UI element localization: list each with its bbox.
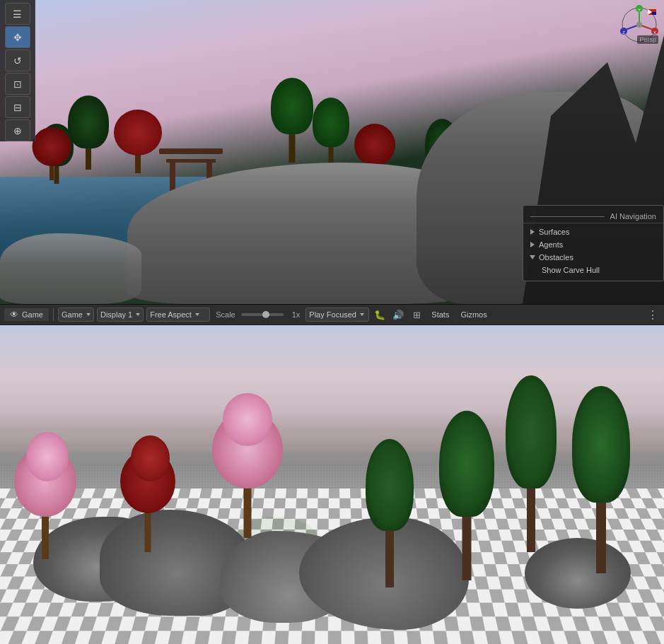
svg-text:X: X: [653, 30, 656, 35]
move-tool-button[interactable]: ✥: [5, 26, 30, 48]
svg-text:Y: Y: [638, 8, 641, 12]
obstacles-label: Obstacles: [539, 253, 573, 262]
svg-text:Z: Z: [622, 30, 625, 35]
scene-toolbar: ☰ ✥ ↺ ⊡ ⊟ ⊕: [0, 0, 35, 141]
menu-header-label: AI Navigation: [610, 212, 656, 221]
tree-maple-red-1: [32, 134, 71, 180]
menu-item-surfaces[interactable]: Surfaces: [523, 226, 663, 238]
tree-pine-2: [67, 106, 110, 170]
game-tree-cherry-1: [13, 432, 77, 559]
game-dropdown[interactable]: Game: [58, 308, 94, 322]
more-icon: ⋮: [647, 308, 658, 322]
svg-rect-14: [652, 12, 656, 15]
scale-label: Scale: [216, 310, 235, 319]
toolbar-divider-1: [53, 308, 54, 321]
transform-tool-button[interactable]: ⊕: [5, 119, 30, 141]
debug-icon-button[interactable]: 🐛: [372, 307, 388, 322]
more-options-button[interactable]: ⋮: [646, 308, 660, 322]
rotate-tool-button[interactable]: ↺: [5, 49, 30, 71]
play-focused-dropdown[interactable]: Play Focused: [305, 308, 369, 322]
audio-icon-button[interactable]: 🔊: [390, 307, 406, 322]
aspect-label: Free Aspect: [150, 310, 192, 319]
fog-layer: [0, 410, 664, 467]
agents-label: Agents: [539, 240, 563, 249]
menu-item-agents[interactable]: Agents: [523, 238, 663, 251]
scene-view: ☰ ✥ ↺ ⊡ ⊟ ⊕ AI Navigation Surfaces Agent…: [0, 0, 664, 304]
ai-nav-context-menu: AI Navigation Surfaces Agents Obstacles …: [523, 205, 664, 281]
menu-item-obstacles[interactable]: Obstacles: [523, 251, 663, 264]
game-view-toolbar: 👁 Game Game Display 1 Free Aspect Scale …: [0, 304, 664, 325]
tree-green-3: [269, 92, 315, 163]
tree-green-4: [311, 110, 350, 170]
game-tab[interactable]: 👁 Game: [4, 308, 49, 321]
play-focused-label: Play Focused: [309, 310, 356, 319]
game-dropdown-label: Game: [62, 310, 83, 319]
game-tab-label: Game: [22, 310, 43, 319]
game-dropdown-arrow: [86, 313, 91, 316]
surfaces-label: Surfaces: [539, 228, 569, 236]
display-icon-button[interactable]: ⊞: [409, 307, 424, 322]
tree-maple-red-2: [113, 117, 163, 173]
menu-header-line: [530, 216, 605, 217]
show-carve-label: Show Carve Hull: [542, 266, 600, 274]
game-background: [0, 325, 664, 644]
expand-icon-obstacles: [530, 255, 535, 259]
gizmos-button[interactable]: Gizmos: [456, 308, 491, 322]
game-tab-icon: 👁: [10, 310, 18, 320]
svg-rect-13: [652, 9, 656, 12]
display-dropdown[interactable]: Display 1: [97, 308, 144, 322]
aspect-dropdown[interactable]: Free Aspect: [146, 308, 210, 322]
game-tree-red-maple: [120, 439, 176, 552]
stats-button[interactable]: Stats: [427, 308, 453, 322]
game-tree-cherry-2: [212, 397, 283, 538]
svg-point-10: [636, 22, 642, 28]
scale-tool-button[interactable]: ⊡: [5, 73, 30, 95]
scale-value: 1x: [292, 310, 301, 319]
expand-icon-agents: [530, 242, 535, 247]
game-tree-dark-3: [571, 397, 631, 573]
perspective-label: Persp: [637, 35, 658, 44]
scale-slider[interactable]: [241, 313, 284, 316]
expand-icon-surfaces: [530, 229, 535, 235]
aspect-dropdown-arrow: [195, 313, 199, 316]
display-dropdown-arrow: [136, 313, 140, 316]
game-tree-dark-2: [438, 425, 495, 580]
rock-left: [0, 233, 141, 304]
display-label: Display 1: [100, 310, 132, 319]
scale-knob[interactable]: [262, 311, 269, 318]
hand-tool-button[interactable]: ☰: [5, 3, 30, 25]
game-view: [0, 325, 664, 644]
menu-item-show-carve[interactable]: Show Carve Hull: [523, 264, 663, 276]
menu-header: AI Navigation: [523, 210, 663, 223]
rect-tool-button[interactable]: ⊟: [5, 96, 30, 118]
play-focused-dropdown-arrow: [360, 313, 364, 316]
game-tree-dark-4: [505, 382, 558, 552]
game-tree-dark-1: [365, 446, 414, 587]
